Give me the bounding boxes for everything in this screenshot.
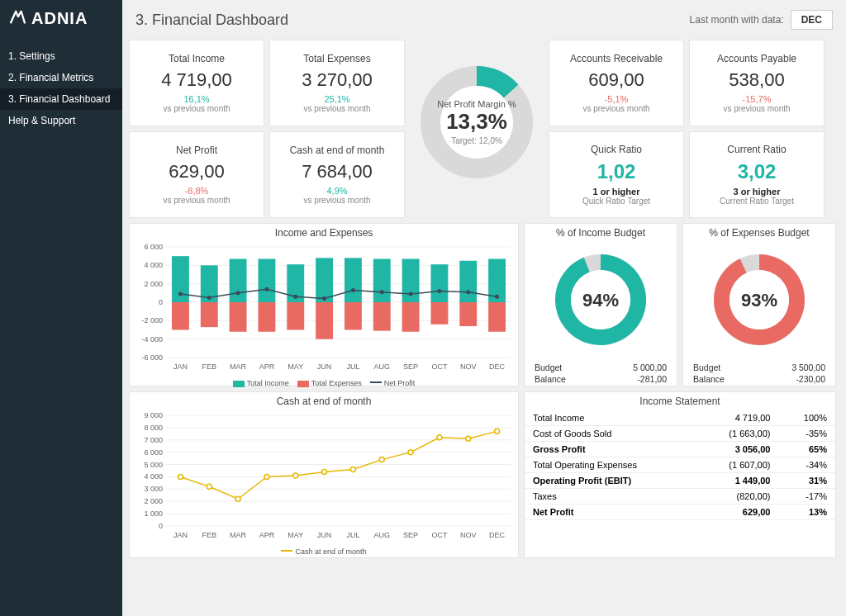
chart-title: % of Expenses Budget — [709, 224, 809, 242]
kpi-title: Net Profit — [176, 145, 217, 156]
kpi-value: 4 719,00 — [161, 69, 232, 91]
kpi-total-expenses: Total Expenses 3 270,00 25,1% vs previou… — [269, 40, 405, 126]
legend-cash-swatch — [281, 550, 292, 552]
svg-text:AUG: AUG — [373, 531, 390, 539]
income-expenses-chart: -6 000-4 000-2 00002 0004 0006 000JANFEB… — [130, 242, 520, 374]
donut-expenses-stats: Budget3 500,00 Balance-230,00 — [683, 358, 835, 384]
income-statement-card: Income Statement Total Income4 719,00100… — [524, 391, 836, 558]
svg-text:3 000: 3 000 — [144, 485, 163, 493]
svg-text:MAR: MAR — [230, 531, 247, 539]
income-expenses-chart-card: Income and Expenses -6 000-4 000-2 00002… — [129, 223, 519, 386]
svg-text:13,3%: 13,3% — [446, 109, 507, 134]
kpi-sub: vs previous month — [303, 104, 370, 113]
svg-text:0: 0 — [159, 522, 163, 530]
legend-expenses-swatch — [297, 381, 309, 387]
logo-icon — [8, 8, 26, 29]
kpi-current-ratio: Current Ratio 3,02 3 or higher Current R… — [689, 131, 825, 218]
month-select[interactable]: DEC — [791, 10, 833, 30]
chart-title: Cash at end of month — [130, 392, 518, 410]
svg-text:2 000: 2 000 — [144, 280, 163, 288]
svg-point-110 — [322, 469, 327, 474]
svg-point-107 — [235, 496, 240, 501]
svg-text:MAR: MAR — [230, 362, 247, 371]
chart-title: Income and Expenses — [130, 224, 518, 242]
svg-point-58 — [264, 287, 269, 291]
budget-value: 3 500,00 — [791, 362, 825, 372]
svg-rect-34 — [316, 258, 333, 302]
svg-rect-46 — [430, 264, 448, 302]
kpi-title: Cash at end of month — [290, 145, 385, 156]
svg-text:9 000: 9 000 — [144, 411, 163, 419]
svg-text:JUL: JUL — [346, 362, 359, 371]
svg-point-112 — [379, 457, 384, 462]
kpi-sub: Current Ratio Target — [720, 197, 794, 206]
chart-title: % of Income Budget — [556, 224, 645, 242]
svg-text:JAN: JAN — [173, 362, 188, 371]
page-title: 3. Financial Dashboard — [135, 12, 288, 29]
income-row: Total Income4 719,00100% — [525, 410, 835, 426]
nav-item-0[interactable]: 1. Settings — [0, 45, 122, 67]
nav-item-3[interactable]: Help & Support — [0, 110, 122, 131]
kpi-net-profit: Net Profit 629,00 -8,8% vs previous mont… — [129, 131, 264, 218]
svg-point-106 — [207, 484, 212, 489]
kpi-sub: vs previous month — [303, 196, 370, 205]
kpi-title: Total Expenses — [303, 53, 370, 64]
app-root: ADNIA 1. Settings2. Financial Metrics3. … — [0, 0, 846, 616]
svg-point-114 — [437, 435, 442, 440]
svg-text:2 000: 2 000 — [144, 497, 163, 505]
net-profit-margin-gauge: Net Profit Margin %13,3%Target: 12,0% — [410, 40, 544, 218]
income-statement-title: Income Statement — [525, 392, 835, 410]
kpi-change: -8,8% — [185, 186, 209, 196]
svg-text:8 000: 8 000 — [144, 424, 163, 432]
kpi-sub: vs previous month — [163, 196, 230, 205]
svg-text:FEB: FEB — [202, 531, 216, 539]
svg-text:4 000: 4 000 — [144, 261, 163, 269]
svg-text:OCT: OCT — [431, 362, 448, 371]
svg-text:0: 0 — [159, 298, 163, 306]
svg-point-108 — [264, 474, 269, 479]
svg-point-64 — [437, 289, 441, 293]
svg-text:93%: 93% — [741, 290, 777, 310]
svg-text:6 000: 6 000 — [144, 243, 163, 251]
nav-item-1[interactable]: 2. Financial Metrics — [0, 67, 122, 88]
income-row: Cost of Goods Sold(1 663,00)-35% — [525, 426, 835, 442]
content: Total Income 4 719,00 16,1% vs previous … — [122, 40, 846, 616]
nav-item-2[interactable]: 3. Financial Dashboard — [0, 88, 122, 110]
svg-point-60 — [322, 296, 326, 301]
expenses-budget-donut: 93% — [701, 242, 817, 358]
kpi-value: 1,02 — [597, 160, 636, 183]
svg-rect-41 — [373, 302, 391, 331]
legend-net-label: Net Profit — [384, 379, 416, 387]
legend-income-swatch — [233, 381, 245, 387]
kpi-change: 25,1% — [324, 94, 349, 104]
kpi-title: Accounts Receivable — [570, 53, 663, 64]
kpi-right-col: Accounts Receivable 609,00 -5,1% vs prev… — [549, 40, 825, 218]
cash-line-chart-card: Cash at end of month 01 0002 0003 0004 0… — [129, 391, 519, 558]
svg-text:MAY: MAY — [288, 531, 303, 539]
expenses-budget-donut-card: % of Expenses Budget 93% Budget3 500,00 … — [682, 223, 836, 386]
legend-cash-label: Cash at end of month — [295, 547, 366, 556]
svg-rect-37 — [345, 258, 362, 302]
kpi-extra: 1 or higher — [593, 187, 640, 197]
svg-point-116 — [495, 429, 500, 434]
svg-point-65 — [466, 290, 470, 294]
income-budget-donut: 94% — [543, 242, 658, 358]
kpi-block: Total Income 4 719,00 16,1% vs previous … — [129, 40, 839, 218]
kpi-title: Accounts Payable — [717, 53, 796, 64]
svg-rect-49 — [459, 261, 477, 302]
svg-text:JUN: JUN — [317, 531, 332, 539]
kpi-left-col: Total Income 4 719,00 16,1% vs previous … — [129, 40, 405, 218]
kpi-sub: vs previous month — [582, 104, 649, 113]
svg-point-115 — [466, 436, 471, 441]
row-charts-2: Cash at end of month 01 0002 0003 0004 0… — [129, 391, 839, 558]
kpi-change: 16,1% — [183, 94, 209, 104]
svg-point-61 — [351, 288, 355, 292]
svg-rect-23 — [201, 302, 218, 327]
balance-value: -281,00 — [637, 374, 667, 384]
svg-point-113 — [408, 450, 413, 455]
kpi-change: 4,9% — [326, 186, 347, 196]
kpi-change: -5,1% — [605, 94, 629, 104]
income-row: Net Profit629,0013% — [525, 505, 835, 520]
logo: ADNIA — [0, 0, 122, 45]
balance-label: Balance — [535, 374, 566, 384]
